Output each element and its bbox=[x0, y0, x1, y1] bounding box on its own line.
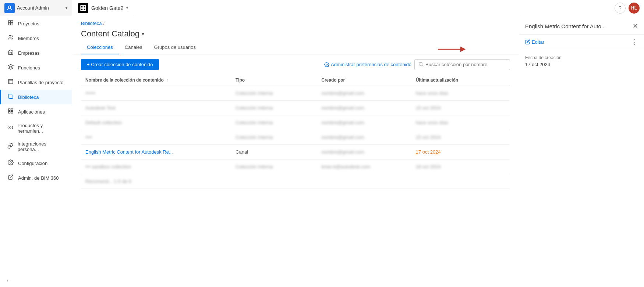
tab-canales[interactable]: Canales bbox=[119, 42, 148, 54]
svg-rect-2 bbox=[11, 21, 13, 22]
panel-actions: Editar ⋮ bbox=[519, 35, 644, 49]
table-row-english-metric[interactable]: English Metric Content for Autodesk Re..… bbox=[81, 145, 510, 159]
col-header-creado: Creado por bbox=[317, 75, 411, 86]
table-row[interactable]: •••••• Colección Interna nombre@gmail.co… bbox=[81, 86, 510, 101]
english-metric-link[interactable]: English Metric Content for Autodesk Re..… bbox=[85, 149, 173, 155]
create-collection-button[interactable]: + Crear colección de contenido bbox=[81, 59, 159, 70]
cell-creado-6: brian.k@autodesk.com bbox=[317, 159, 411, 174]
manage-preferences-link[interactable]: Administrar preferencias de contenido bbox=[324, 62, 411, 67]
sidebar-item-empresas[interactable]: Empresas bbox=[0, 46, 72, 60]
tab-colecciones[interactable]: Colecciones bbox=[81, 42, 119, 54]
main-content-area: Biblioteca / Content Catalog ▾ Coleccion… bbox=[72, 16, 519, 287]
proyectos-icon bbox=[7, 20, 14, 27]
right-panel: English Metric Content for Auto... ✕ Edi… bbox=[519, 16, 644, 287]
account-admin-chevron-icon: ▾ bbox=[66, 6, 67, 10]
cell-updated-6: 18 oct 2024 bbox=[411, 159, 510, 174]
col-header-tipo: Tipo bbox=[231, 75, 317, 86]
sidebar-label-integraciones: Integraciones persona... bbox=[18, 141, 66, 152]
cell-creado-1: nombre@gmail.com bbox=[317, 86, 411, 101]
table-row[interactable]: •••• Colección Interna nombre@gmail.com … bbox=[81, 130, 510, 145]
edit-button[interactable]: Editar bbox=[525, 39, 544, 45]
funciones-icon bbox=[7, 64, 14, 71]
cell-creado-3: nombre@gmail.com bbox=[317, 115, 411, 130]
cell-updated-4: 15 oct 2024 bbox=[411, 130, 510, 145]
content-table: Nombre de la colección de contenido ↑ Ti… bbox=[81, 75, 510, 189]
sidebar-label-funciones: Funciones bbox=[18, 65, 40, 71]
sidebar-item-biblioteca[interactable]: Biblioteca bbox=[0, 90, 72, 104]
breadcrumb: Biblioteca / bbox=[72, 16, 519, 26]
help-button[interactable]: ? bbox=[615, 3, 626, 14]
panel-body: Fecha de creación 17 oct 2024 bbox=[519, 49, 644, 73]
sidebar-label-biblioteca: Biblioteca bbox=[18, 94, 39, 100]
svg-rect-3 bbox=[8, 23, 10, 25]
title-dropdown-icon[interactable]: ▾ bbox=[142, 31, 144, 37]
fecha-value: 17 oct 2024 bbox=[525, 62, 638, 67]
sidebar-item-configuracion[interactable]: Configuración bbox=[0, 156, 72, 171]
svg-point-16 bbox=[419, 62, 422, 65]
panel-menu-button[interactable]: ⋮ bbox=[631, 38, 638, 46]
cell-updated-3: hace unos días bbox=[411, 115, 510, 130]
svg-line-14 bbox=[10, 175, 13, 177]
cell-creado-5: nombre@gmail.com bbox=[317, 145, 411, 159]
account-admin-section[interactable]: Account Admin ▾ bbox=[0, 0, 72, 16]
breadcrumb-biblioteca-link[interactable]: Biblioteca bbox=[81, 21, 102, 26]
integraciones-icon bbox=[7, 143, 14, 150]
breadcrumb-separator: / bbox=[103, 21, 105, 26]
configuracion-icon bbox=[7, 159, 14, 167]
col-header-name[interactable]: Nombre de la colección de contenido ↑ bbox=[81, 75, 231, 86]
sidebar-item-integraciones[interactable]: Integraciones persona... bbox=[0, 137, 72, 156]
cell-updated-2: 15 oct 2024 bbox=[411, 101, 510, 115]
table-row-footer: Recomend... 1-5 de 6 bbox=[81, 174, 510, 189]
cell-tipo-4: Colección Interna bbox=[231, 130, 317, 145]
tab-grupos[interactable]: Grupos de usuarios bbox=[148, 42, 202, 54]
sidebar-label-bim360: Admin. de BIM 360 bbox=[18, 175, 59, 181]
sidebar-item-miembros[interactable]: Miembros bbox=[0, 31, 72, 46]
toolbar-right: Administrar preferencias de contenido bbox=[324, 59, 510, 70]
sidebar-label-plantillas: Plantillas de proyecto bbox=[18, 80, 64, 85]
cell-name-2: Autodesk Test bbox=[81, 101, 231, 115]
svg-point-0 bbox=[8, 6, 11, 8]
cell-tipo-6: Colección Interna bbox=[231, 159, 317, 174]
cell-updated-1: hace unos días bbox=[411, 86, 510, 101]
sidebar-item-aplicaciones[interactable]: Aplicaciones bbox=[0, 104, 72, 119]
cell-name-1: •••••• bbox=[81, 86, 231, 101]
cell-creado-2: nombre@gmail.com bbox=[317, 101, 411, 115]
sidebar-item-productos[interactable]: Productos y herramien... bbox=[0, 119, 72, 137]
pagination-row: Recomend... 1-5 de 6 bbox=[81, 174, 510, 189]
svg-point-5 bbox=[9, 35, 11, 37]
sidebar-label-configuracion: Configuración bbox=[18, 161, 47, 166]
toolbar-row: + Crear colección de contenido Administr… bbox=[72, 54, 519, 75]
cell-tipo-3: Colección Interna bbox=[231, 115, 317, 130]
panel-header: English Metric Content for Auto... ✕ bbox=[519, 16, 644, 35]
tabs-row: Colecciones Canales Grupos de usuarios bbox=[72, 39, 519, 54]
edit-icon bbox=[525, 39, 530, 44]
search-input[interactable] bbox=[425, 62, 506, 67]
cell-name-5: English Metric Content for Autodesk Re..… bbox=[81, 145, 231, 159]
bim360-icon bbox=[7, 174, 14, 182]
table-row[interactable]: Default collection Colección Interna nom… bbox=[81, 115, 510, 130]
sidebar: Proyectos Miembros Empresas Funciones Pl… bbox=[0, 16, 72, 287]
table-row[interactable]: ••• sandbox collection Colección Interna… bbox=[81, 159, 510, 174]
table-container: Nombre de la colección de contenido ↑ Ti… bbox=[72, 75, 519, 287]
search-box bbox=[414, 59, 510, 70]
cell-name-6: ••• sandbox collection bbox=[81, 159, 231, 174]
app-name-chevron-icon: ▾ bbox=[126, 6, 128, 10]
cell-tipo-2: Colección Interna bbox=[231, 101, 317, 115]
svg-point-13 bbox=[10, 162, 11, 163]
sidebar-collapse-button[interactable]: ← bbox=[0, 274, 72, 287]
user-avatar[interactable]: HL bbox=[629, 3, 640, 14]
sidebar-item-funciones[interactable]: Funciones bbox=[0, 60, 72, 75]
table-header: Nombre de la colección de contenido ↑ Ti… bbox=[81, 75, 510, 86]
svg-point-15 bbox=[326, 64, 328, 65]
app-logo-section[interactable]: Golden Gate2 ▾ bbox=[72, 0, 134, 16]
cell-tipo-5: Canal bbox=[231, 145, 317, 159]
sidebar-item-proyectos[interactable]: Proyectos bbox=[0, 16, 72, 31]
page-title-row: Content Catalog ▾ bbox=[72, 26, 519, 39]
productos-icon bbox=[7, 125, 14, 132]
panel-close-button[interactable]: ✕ bbox=[633, 22, 638, 30]
page-title: Content Catalog bbox=[81, 29, 139, 39]
sidebar-item-bim360[interactable]: Admin. de BIM 360 bbox=[0, 171, 72, 185]
table-row[interactable]: Autodesk Test Colección Interna nombre@g… bbox=[81, 101, 510, 115]
sidebar-item-plantillas[interactable]: Plantillas de proyecto bbox=[0, 75, 72, 90]
top-header: Account Admin ▾ Golden Gate2 ▾ ? HL bbox=[0, 0, 644, 16]
